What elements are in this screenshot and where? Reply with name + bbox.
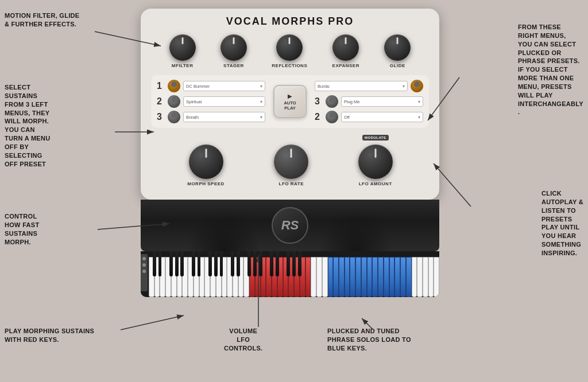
- white-key-45[interactable]: [400, 257, 406, 297]
- dropdown-left-2[interactable]: Spiritual: [183, 96, 265, 107]
- plugin-stand: RS: [141, 200, 439, 251]
- modulate-badge: MODULATE: [362, 135, 389, 141]
- knob-unit-morph-speed: MORPH SPEED: [187, 145, 225, 186]
- menu-number-1: 1: [157, 81, 165, 91]
- white-key-39[interactable]: [367, 257, 373, 297]
- white-key-34[interactable]: [339, 257, 345, 297]
- knob-stager[interactable]: [220, 34, 247, 61]
- white-key-25[interactable]: [288, 257, 294, 297]
- white-key-35[interactable]: [345, 257, 350, 297]
- white-key-10[interactable]: [204, 257, 210, 297]
- knob-glide[interactable]: [384, 34, 411, 61]
- white-key-32[interactable]: [328, 257, 334, 297]
- knob-label-reflections: REFLECTIONS: [272, 63, 307, 68]
- white-key-50[interactable]: [428, 257, 434, 297]
- knob-label-morph-speed: MORPH SPEED: [187, 181, 225, 186]
- right-menus: Burda: 3 Plug Me 2: [315, 80, 423, 123]
- white-key-16[interactable]: [238, 257, 244, 297]
- white-key-6[interactable]: [182, 257, 188, 297]
- white-key-33[interactable]: [333, 257, 339, 297]
- white-key-44[interactable]: [394, 257, 400, 297]
- white-key-42[interactable]: [384, 257, 389, 297]
- white-key-7[interactable]: [188, 257, 194, 297]
- knob-label-stager: STAGER: [223, 63, 244, 68]
- autoplay-button[interactable]: ▶ AUTOPLAY: [273, 85, 307, 118]
- white-key-18[interactable]: [249, 257, 255, 297]
- white-key-49[interactable]: [423, 257, 428, 297]
- white-key-37[interactable]: [355, 257, 361, 297]
- white-key-12[interactable]: [216, 257, 222, 297]
- white-key-2[interactable]: [160, 257, 165, 297]
- white-key-4[interactable]: [171, 257, 177, 297]
- white-key-36[interactable]: [350, 257, 355, 297]
- dropdown-right-1[interactable]: Burda:: [315, 81, 408, 91]
- white-key-43[interactable]: [389, 257, 395, 297]
- white-key-15[interactable]: [233, 257, 238, 297]
- white-key-26[interactable]: [294, 257, 300, 297]
- dropdown-right-2[interactable]: Plug Me: [341, 96, 423, 107]
- knob-expanser[interactable]: [332, 34, 359, 61]
- knob-unit-lfo-rate: LFO RATE: [274, 145, 308, 186]
- white-key-22[interactable]: [272, 257, 277, 297]
- white-key-13[interactable]: [222, 257, 227, 297]
- white-key-9[interactable]: [199, 257, 205, 297]
- side-btn-3[interactable]: [142, 270, 146, 273]
- white-key-31[interactable]: [322, 257, 328, 297]
- white-key-41[interactable]: [378, 257, 384, 297]
- white-key-0[interactable]: [149, 257, 154, 297]
- white-key-38[interactable]: [361, 257, 367, 297]
- white-key-1[interactable]: [154, 257, 160, 297]
- knob-label-lfo-amount: LFO AMOUNT: [359, 181, 392, 186]
- knob-mfilter[interactable]: [169, 34, 196, 61]
- white-key-46[interactable]: [406, 257, 412, 297]
- white-key-28[interactable]: [305, 257, 311, 297]
- preset-row-right-3: 2 Off: [315, 111, 423, 123]
- white-key-27[interactable]: [300, 257, 305, 297]
- side-btn-2[interactable]: [142, 263, 146, 267]
- annotation-autoplay: CLICKAUTOPLAY &LISTEN TOPRESETSPLAY UNTI…: [541, 189, 583, 258]
- knob-unit-glide: GLIDE: [384, 34, 411, 68]
- white-key-29[interactable]: [311, 257, 316, 297]
- knob-label-lfo-rate: LFO RATE: [279, 181, 304, 186]
- avatar-r3: [326, 111, 338, 123]
- white-key-48[interactable]: [417, 257, 423, 297]
- dropdown-right-3[interactable]: Off: [341, 112, 423, 122]
- white-key-51[interactable]: [434, 257, 439, 297]
- knob-reflections[interactable]: [276, 34, 303, 61]
- autoplay-text: AUTOPLAY: [284, 100, 296, 111]
- knob-lfo-amount[interactable]: [358, 145, 393, 179]
- white-key-21[interactable]: [266, 257, 272, 297]
- dropdown-label-left-2: Spiritual: [186, 99, 260, 104]
- white-key-20[interactable]: [261, 257, 266, 297]
- knob-morph-speed[interactable]: [189, 145, 223, 179]
- annotation-left-select: SELECTSUSTAINSFROM 3 LEFTMENUS, THEYWILL…: [5, 83, 50, 168]
- autoplay-center: ▶ AUTOPLAY: [270, 85, 310, 118]
- white-key-14[interactable]: [227, 257, 233, 297]
- white-key-23[interactable]: [277, 257, 283, 297]
- white-key-11[interactable]: [210, 257, 216, 297]
- plugin-body: VOCAL MORPHS PRO MFILTER STAGER REFLECTI…: [141, 9, 439, 200]
- white-key-30[interactable]: [316, 257, 322, 297]
- white-key-8[interactable]: [194, 257, 199, 297]
- white-key-40[interactable]: [372, 257, 378, 297]
- side-btn-1[interactable]: [142, 257, 146, 260]
- dropdown-left-1[interactable]: DC Bummer: [183, 81, 265, 91]
- presets-section: 1 DC Bummer 2 Spiritual: [151, 75, 429, 128]
- white-key-3[interactable]: [165, 257, 171, 297]
- menu-number-r2: 2: [315, 112, 323, 122]
- menu-number-r3: 3: [315, 96, 323, 107]
- dropdown-left-3[interactable]: Breath: [183, 112, 265, 122]
- white-key-19[interactable]: [255, 257, 261, 297]
- bottom-knobs: MORPH SPEED LFO RATE MODULATE LFO AMOUNT: [151, 135, 429, 186]
- white-key-17[interactable]: [243, 257, 249, 297]
- annotation-right-menus: FROM THESERIGHT MENUS,YOU CAN SELECTPLUC…: [518, 23, 583, 116]
- dropdown-label-right-2: Plug Me: [344, 99, 418, 104]
- preset-row-right-2: 3 Plug Me: [315, 95, 423, 108]
- avatar-r2: [326, 95, 338, 108]
- knobs-row: MFILTER STAGER REFLECTIONS EXPANSER GLID…: [151, 34, 429, 68]
- white-key-47[interactable]: [412, 257, 417, 297]
- keyboard-container: [141, 251, 439, 297]
- white-key-5[interactable]: [177, 257, 183, 297]
- white-key-24[interactable]: [283, 257, 289, 297]
- knob-lfo-rate[interactable]: [274, 145, 308, 179]
